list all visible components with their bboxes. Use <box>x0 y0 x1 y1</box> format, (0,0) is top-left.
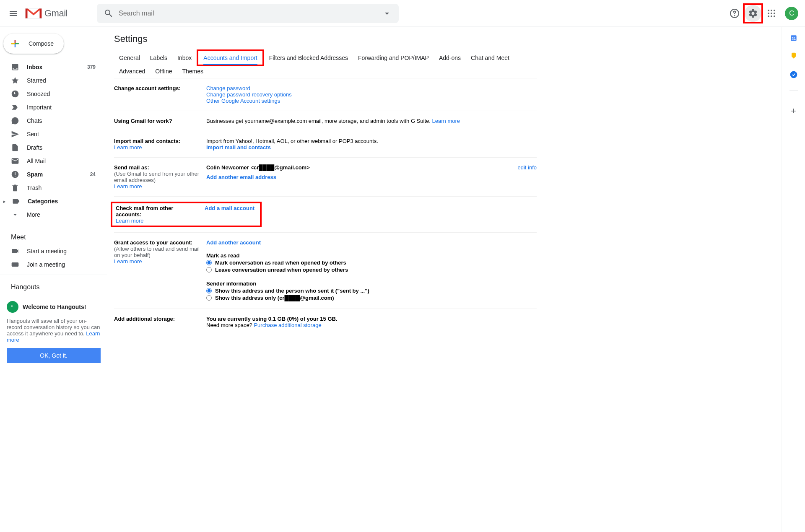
chat-icon <box>11 117 19 125</box>
import-mail-link[interactable]: Import mail and contacts <box>206 144 271 151</box>
sidebar-item-important[interactable]: Important <box>0 101 107 114</box>
file-icon <box>11 143 19 152</box>
chevron-right-icon: ▸ <box>3 199 8 204</box>
sidebar-item-drafts[interactable]: Drafts <box>0 141 107 154</box>
add-email-link[interactable]: Add another email address <box>206 174 276 180</box>
svg-point-7 <box>771 13 772 14</box>
section-gmail-work: Using Gmail for work? Businesses get you… <box>114 111 537 131</box>
sidebar-item-snoozed[interactable]: Snoozed <box>0 87 107 101</box>
sendas-learn-link[interactable]: Learn more <box>114 183 142 189</box>
label-icon <box>12 197 20 205</box>
sidebar: Compose Inbox 379 Starred Snoozed Import… <box>0 27 107 370</box>
spam-icon <box>11 170 19 179</box>
mark-read-radio[interactable] <box>206 260 212 265</box>
mark-unread-radio[interactable] <box>206 267 212 272</box>
tab-inbox[interactable]: Inbox <box>172 51 197 65</box>
trash-icon <box>11 184 19 192</box>
tab-forwarding[interactable]: Forwarding and POP/IMAP <box>353 51 434 65</box>
hangouts-ok-button[interactable]: OK, Got it. <box>7 348 101 363</box>
svg-text:31: 31 <box>791 36 795 41</box>
meet-section-title: Meet <box>0 228 107 244</box>
tab-accounts[interactable]: Accounts and Import <box>198 51 262 65</box>
sidebar-item-allmail[interactable]: All Mail <box>0 154 107 168</box>
page-title: Settings <box>114 34 537 44</box>
search-input[interactable] <box>117 10 379 17</box>
main: Settings General Labels Inbox Accounts a… <box>107 27 543 370</box>
sidebar-item-chats[interactable]: Chats <box>0 114 107 127</box>
section-storage: Add additional storage: You are currentl… <box>114 309 537 335</box>
tab-advanced[interactable]: Advanced <box>114 65 150 78</box>
tab-general[interactable]: General <box>114 51 145 65</box>
tasks-icon[interactable] <box>789 70 798 79</box>
menu-icon[interactable] <box>3 3 23 23</box>
search-dropdown-icon[interactable] <box>379 5 395 22</box>
sender-only-radio[interactable] <box>206 295 212 301</box>
inbox-icon <box>11 63 19 71</box>
side-panel: 31 + <box>782 27 805 370</box>
import-learn-link[interactable]: Learn more <box>114 144 142 151</box>
svg-point-5 <box>774 10 775 11</box>
chevron-down-icon <box>11 210 19 219</box>
apps-icon[interactable] <box>763 5 780 22</box>
tab-addons[interactable]: Add-ons <box>434 51 466 65</box>
meet-join[interactable]: Join a meeting <box>0 258 107 271</box>
sender-both-radio[interactable] <box>206 288 212 293</box>
mail-icon <box>11 157 19 165</box>
compose-button[interactable]: Compose <box>3 34 64 54</box>
add-account-link[interactable]: Add another account <box>206 239 261 246</box>
calendar-icon[interactable]: 31 <box>789 34 798 42</box>
search-icon[interactable] <box>100 5 117 22</box>
svg-point-2 <box>735 15 735 16</box>
sidebar-item-categories[interactable]: ▸ Categories <box>0 195 107 208</box>
sidebar-item-sent[interactable]: Sent <box>0 127 107 141</box>
avatar[interactable]: C <box>785 7 798 20</box>
sidebar-item-spam[interactable]: Spam 24 <box>0 168 107 181</box>
header: Gmail C <box>0 0 805 27</box>
logo-text: Gmail <box>44 8 68 19</box>
section-grant-access: Grant access to your account: (Allow oth… <box>114 233 537 309</box>
meet-start[interactable]: Start a meeting <box>0 244 107 258</box>
svg-rect-15 <box>12 262 19 267</box>
settings-tabs: General Labels Inbox Accounts and Import… <box>114 51 537 78</box>
svg-point-3 <box>768 10 769 11</box>
send-icon <box>11 130 19 138</box>
sidebar-item-inbox[interactable]: Inbox 379 <box>0 60 107 74</box>
checkmail-learn-link[interactable]: Learn more <box>116 218 143 224</box>
tab-chat[interactable]: Chat and Meet <box>466 51 514 65</box>
add-addon-icon[interactable]: + <box>785 103 802 119</box>
other-settings-link[interactable]: Other Google Account settings <box>206 98 280 104</box>
svg-point-8 <box>774 13 775 14</box>
svg-point-10 <box>771 16 772 17</box>
tab-filters[interactable]: Filters and Blocked Addresses <box>264 51 353 65</box>
compose-label: Compose <box>29 40 54 47</box>
help-icon[interactable] <box>726 5 743 22</box>
grant-learn-link[interactable]: Learn more <box>114 258 142 265</box>
gmail-logo[interactable]: Gmail <box>25 7 68 20</box>
sidebar-item-more[interactable]: More <box>0 208 107 221</box>
section-import-mail: Import mail and contacts: Learn more Imp… <box>114 131 537 158</box>
keyboard-icon <box>11 260 19 269</box>
purchase-storage-link[interactable]: Purchase additional storage <box>254 322 321 328</box>
svg-point-9 <box>768 16 769 17</box>
search-box <box>97 4 399 23</box>
edit-info-link[interactable]: edit info <box>517 164 537 171</box>
sidebar-item-starred[interactable]: Starred <box>0 74 107 87</box>
tab-offline[interactable]: Offline <box>150 65 177 78</box>
star-icon <box>11 76 19 85</box>
section-change-account: Change account settings: Change password… <box>114 78 537 111</box>
tab-themes[interactable]: Themes <box>177 65 209 78</box>
hangouts-card: Welcome to Hangouts! Hangouts will save … <box>7 301 101 363</box>
hangouts-section-title: Hangouts <box>0 278 107 294</box>
svg-rect-14 <box>15 176 16 176</box>
keep-icon[interactable] <box>789 52 798 60</box>
change-recovery-link[interactable]: Change password recovery options <box>206 91 292 98</box>
section-send-as: Send mail as: (Use Gmail to send from yo… <box>114 158 537 197</box>
sidebar-item-trash[interactable]: Trash <box>0 181 107 195</box>
add-mail-account-link[interactable]: Add a mail account <box>205 205 254 211</box>
change-password-link[interactable]: Change password <box>206 85 250 91</box>
hangouts-icon <box>7 301 18 313</box>
gear-icon[interactable] <box>745 5 761 22</box>
gsuite-learn-link[interactable]: Learn more <box>432 118 460 124</box>
important-icon <box>11 103 19 112</box>
tab-labels[interactable]: Labels <box>145 51 172 65</box>
